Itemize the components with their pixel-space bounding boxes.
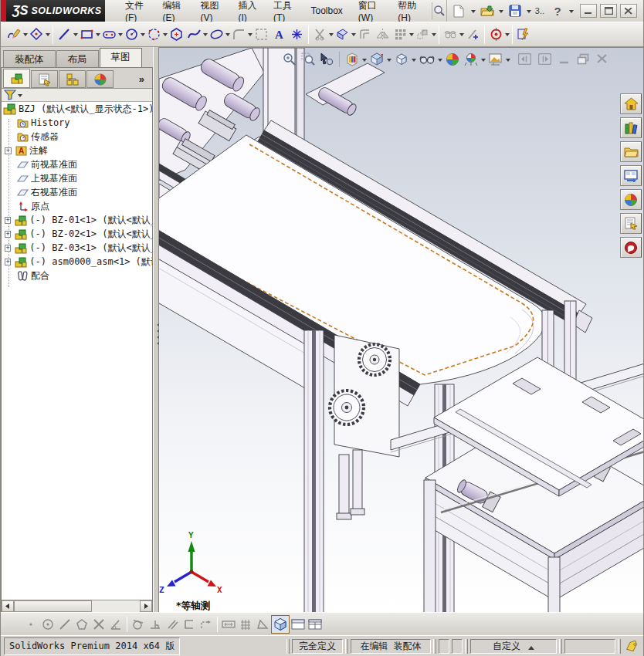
file-explorer-icon[interactable] bbox=[620, 141, 642, 162]
mirror-entities-icon[interactable] bbox=[374, 25, 391, 44]
tree-item-asm0000[interactable]: + (-) asm0000_asm<1> (默认< bbox=[2, 255, 152, 269]
corner-snap-icon[interactable] bbox=[181, 616, 198, 633]
toolbar-overflow[interactable]: 3.. bbox=[534, 6, 546, 15]
scroll-right-icon[interactable] bbox=[140, 600, 152, 612]
linear-pattern-icon[interactable] bbox=[391, 25, 409, 44]
tree-item-right-plane[interactable]: 右视基准面 bbox=[2, 185, 152, 199]
view-palette-icon[interactable] bbox=[620, 165, 642, 186]
orientation-caret[interactable] bbox=[387, 59, 391, 64]
tab-sketch[interactable]: 草图 bbox=[100, 48, 142, 67]
resources-icon[interactable] bbox=[620, 93, 642, 114]
expand-toggle[interactable]: + bbox=[5, 231, 11, 238]
large-assembly-mode-icon[interactable] bbox=[271, 615, 290, 634]
expand-toggle[interactable]: + bbox=[5, 245, 11, 252]
tree-item-bz02[interactable]: + (-) BZ-02<1> (默认<默认_显 bbox=[2, 227, 152, 241]
perimeter-circle-icon[interactable] bbox=[145, 25, 163, 44]
menu-toolbox[interactable]: Toolbox bbox=[303, 2, 350, 19]
point-snap-icon[interactable] bbox=[22, 616, 39, 633]
dimension-caret[interactable] bbox=[46, 33, 50, 39]
path-snap-icon[interactable] bbox=[198, 616, 215, 633]
doc-close-icon[interactable] bbox=[596, 53, 608, 65]
polygon-snap-icon[interactable] bbox=[73, 616, 90, 633]
filter-caret[interactable] bbox=[18, 94, 22, 100]
center-snap-icon[interactable] bbox=[39, 616, 56, 633]
help-dropdown-caret[interactable] bbox=[569, 10, 574, 15]
offset-entities-icon[interactable] bbox=[356, 25, 374, 44]
magnifying-glass-icon[interactable] bbox=[318, 50, 335, 69]
grid-snap-icon[interactable] bbox=[237, 616, 254, 633]
search-icon[interactable] bbox=[432, 2, 446, 19]
tag-icon[interactable] bbox=[623, 641, 640, 652]
help-button[interactable]: ? bbox=[548, 2, 567, 19]
tree-item-root[interactable]: BZJ (默认<默认_显示状态-1>) bbox=[2, 102, 152, 116]
open-dropdown-caret[interactable] bbox=[499, 10, 503, 15]
view-settings-icon[interactable] bbox=[487, 50, 504, 69]
display-style-icon[interactable] bbox=[393, 50, 410, 69]
tree-item-origin[interactable]: 原点 bbox=[2, 199, 152, 213]
design-tree-tab[interactable] bbox=[3, 69, 30, 88]
move-caret[interactable] bbox=[432, 33, 436, 39]
display-relations-icon[interactable] bbox=[442, 25, 459, 44]
quick-snaps-icon[interactable] bbox=[487, 25, 505, 44]
panel-overflow-chevron[interactable]: » bbox=[139, 73, 151, 88]
restore-icon[interactable] bbox=[600, 4, 617, 18]
angle2-snap-icon[interactable] bbox=[254, 616, 271, 633]
expand-toggle[interactable]: + bbox=[5, 259, 11, 265]
four-view-icon[interactable] bbox=[307, 616, 324, 633]
zoom-to-area-icon[interactable] bbox=[300, 50, 317, 69]
panel-splitter[interactable] bbox=[153, 47, 159, 612]
tangent-snap-icon[interactable] bbox=[130, 616, 147, 633]
configuration-manager-tab[interactable] bbox=[59, 70, 86, 88]
custom-units-selector[interactable]: 自定义 bbox=[470, 639, 557, 654]
tree-item-mates[interactable]: 配合 bbox=[2, 269, 152, 282]
assembly-model[interactable]: Y X Z *等轴测 bbox=[159, 48, 643, 612]
new-dropdown-caret[interactable] bbox=[471, 10, 476, 15]
hide-show-caret[interactable] bbox=[438, 59, 442, 64]
doc-restore-icon[interactable] bbox=[577, 53, 589, 65]
scene-caret[interactable] bbox=[481, 59, 486, 64]
sketch-icon[interactable] bbox=[5, 25, 23, 44]
collapse-pane-left-icon[interactable] bbox=[518, 53, 531, 65]
new-document-button[interactable] bbox=[450, 2, 469, 19]
line-icon[interactable] bbox=[56, 25, 73, 44]
tab-assembly[interactable]: 装配体 bbox=[3, 50, 56, 67]
intersection-snap-icon[interactable] bbox=[90, 616, 107, 633]
trim-frame-icon[interactable] bbox=[253, 25, 270, 44]
filter-funnel-icon[interactable] bbox=[4, 90, 16, 100]
view-orientation-icon[interactable] bbox=[368, 50, 385, 69]
convert-entities-icon[interactable] bbox=[334, 25, 351, 44]
parallel-snap-icon[interactable] bbox=[164, 616, 181, 633]
lift-cart[interactable] bbox=[424, 357, 643, 612]
hide-show-items-icon[interactable] bbox=[418, 50, 436, 69]
sprocket-gear[interactable] bbox=[359, 344, 390, 375]
view-settings-caret[interactable] bbox=[506, 59, 510, 64]
circle-icon[interactable] bbox=[123, 25, 141, 44]
snaps-caret[interactable] bbox=[505, 33, 510, 39]
polygon-icon[interactable] bbox=[168, 25, 185, 44]
appearances-icon[interactable] bbox=[620, 189, 642, 210]
angle-snap-icon[interactable] bbox=[107, 616, 124, 633]
edit-appearance-icon[interactable] bbox=[444, 50, 461, 69]
custom-properties-icon[interactable] bbox=[620, 213, 642, 234]
tree-item-sensors[interactable]: 传感器 bbox=[2, 130, 152, 144]
sketch-fillet-icon[interactable] bbox=[230, 25, 248, 44]
ellipse-icon[interactable] bbox=[208, 25, 225, 44]
corner-rectangle-icon[interactable] bbox=[78, 25, 96, 44]
save-dropdown-caret[interactable] bbox=[527, 10, 531, 15]
tree-horizontal-scrollbar[interactable] bbox=[2, 600, 152, 612]
point-icon[interactable] bbox=[288, 25, 306, 44]
tree-item-top-plane[interactable]: 上视基准面 bbox=[2, 171, 152, 185]
tree-item-history[interactable]: History bbox=[2, 116, 152, 130]
sprocket-gear[interactable] bbox=[330, 391, 364, 424]
repair-sketch-icon[interactable] bbox=[464, 25, 482, 44]
display-style-caret[interactable] bbox=[412, 59, 416, 64]
scroll-thumb[interactable] bbox=[14, 600, 92, 612]
perpendicular-snap-icon[interactable] bbox=[147, 616, 164, 633]
smart-dimension-icon[interactable] bbox=[28, 25, 46, 44]
tree-item-bz01[interactable]: + (-) BZ-01<1> (默认<默认_显 bbox=[2, 213, 152, 227]
expand-toggle[interactable]: + bbox=[5, 217, 11, 224]
property-manager-tab[interactable] bbox=[31, 70, 58, 88]
scroll-left-icon[interactable] bbox=[2, 600, 14, 612]
minimize-icon[interactable] bbox=[580, 4, 597, 18]
tree-item-front-plane[interactable]: 前视基准面 bbox=[2, 157, 152, 171]
